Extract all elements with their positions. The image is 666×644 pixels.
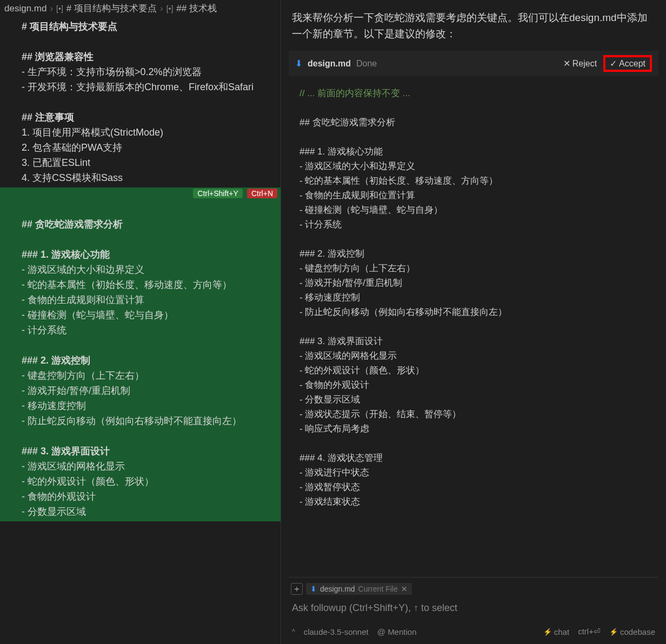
code-line: ### 3. 游戏界面设计 bbox=[299, 334, 648, 348]
editor-line[interactable]: 2. 包含基础的PWA支持 bbox=[22, 140, 281, 155]
mention-button[interactable]: @ Mention bbox=[377, 627, 417, 636]
chat-input-region: ＋ ⬇ design.md Current File ✕ Ask followu… bbox=[289, 577, 658, 641]
code-line: - 分数显示区域 bbox=[299, 392, 648, 407]
editor-line[interactable] bbox=[22, 34, 281, 49]
editor-line[interactable]: 3. 已配置ESLint bbox=[22, 155, 281, 170]
accept-button[interactable]: ✓ Accept bbox=[603, 55, 652, 72]
editor-line[interactable]: ## 浏览器兼容性 bbox=[22, 49, 281, 64]
diff-added-line[interactable] bbox=[22, 232, 281, 247]
codebase-button[interactable]: codebase bbox=[609, 627, 655, 636]
code-line: - 计分系统 bbox=[299, 217, 648, 232]
chip-close-icon[interactable]: ✕ bbox=[401, 585, 408, 593]
code-line: - 食物的生成规则和位置计算 bbox=[299, 188, 648, 203]
code-line: - 响应式布局考虑 bbox=[299, 421, 648, 436]
diff-shortcut-row: Ctrl+Shift+Y Ctrl+N bbox=[0, 187, 281, 199]
close-icon: ✕ bbox=[563, 58, 570, 69]
code-line bbox=[299, 319, 648, 334]
code-line: - 蛇的基本属性（初始长度、移动速度、方向等） bbox=[299, 173, 648, 188]
diff-added-line[interactable] bbox=[22, 338, 281, 353]
breadcrumb-section2[interactable]: ## 技术栈 bbox=[176, 2, 217, 15]
chat-panel: 我来帮你分析一下贪吃蛇游戏需要考虑的关键点。我们可以在design.md中添加一… bbox=[281, 0, 666, 644]
diff-added-line[interactable]: - 游戏区域的网格化显示 bbox=[22, 459, 281, 474]
code-line: // ... 前面的内容保持不变 ... bbox=[299, 86, 648, 100]
chat-mode-button[interactable]: chat bbox=[543, 627, 569, 636]
code-line bbox=[299, 130, 648, 144]
suggestion-file-header: ⬇ design.md Done ✕ Reject ✓ Accept bbox=[289, 51, 658, 76]
codebase-shortcut-label: ctrl+⏎ bbox=[578, 627, 601, 636]
check-icon: ✓ bbox=[610, 58, 617, 69]
code-line bbox=[299, 232, 648, 246]
model-selector[interactable]: claude-3.5-sonnet bbox=[304, 627, 369, 636]
chat-toolbar: ^ claude-3.5-sonnet @ Mention chat ctrl+… bbox=[289, 625, 658, 641]
chat-input[interactable]: Ask followup (Ctrl+Shift+Y), ↑ to select bbox=[289, 597, 658, 625]
editor-line[interactable]: - 开发环境：支持最新版本的Chrome、Firefox和Safari bbox=[22, 79, 281, 95]
suggestion-code-block[interactable]: // ... 前面的内容保持不变 ... ## 贪吃蛇游戏需求分析 ### 1.… bbox=[289, 81, 658, 577]
caret-up-icon: ^ bbox=[292, 628, 295, 635]
diff-added-line[interactable]: - 分数显示区域 bbox=[22, 504, 281, 519]
download-arrow-icon: ⬇ bbox=[295, 58, 302, 69]
diff-added-line[interactable] bbox=[22, 428, 281, 444]
download-arrow-icon: ⬇ bbox=[310, 585, 317, 593]
diff-added-line[interactable] bbox=[22, 202, 281, 217]
code-line: - 蛇的外观设计（颜色、形状） bbox=[299, 363, 648, 378]
md-heading-icon: [•] bbox=[166, 4, 174, 13]
code-line: - 防止蛇反向移动（例如向右移动时不能直接向左） bbox=[299, 305, 648, 319]
code-line: - 键盘控制方向（上下左右） bbox=[299, 261, 648, 276]
lightning-icon bbox=[609, 627, 618, 636]
diff-added-line[interactable]: ## 贪吃蛇游戏需求分析 bbox=[22, 217, 281, 232]
diff-added-line[interactable]: - 游戏区域的大小和边界定义 bbox=[22, 262, 281, 277]
editor-line[interactable]: 1. 项目使用严格模式(StrictMode) bbox=[22, 125, 281, 140]
editor-panel: design.md › [•] # 项目结构与技术要点 › [•] ## 技术栈… bbox=[0, 0, 281, 644]
diff-added-line[interactable]: - 游戏开始/暂停/重启机制 bbox=[22, 383, 281, 398]
editor-line[interactable]: # 项目结构与技术要点 bbox=[22, 19, 281, 34]
context-chip[interactable]: ⬇ design.md Current File ✕ bbox=[306, 583, 412, 595]
code-line bbox=[299, 100, 648, 115]
code-editor[interactable]: # 项目结构与技术要点 ## 浏览器兼容性- 生产环境：支持市场份额>0.2%的… bbox=[0, 17, 281, 644]
reject-shortcut-badge[interactable]: Ctrl+N bbox=[247, 189, 277, 198]
add-context-button[interactable]: ＋ bbox=[291, 583, 303, 595]
code-line: - 食物的外观设计 bbox=[299, 378, 648, 392]
code-line bbox=[299, 436, 648, 451]
chevron-right-icon: › bbox=[50, 3, 53, 14]
diff-added-line[interactable]: - 食物的外观设计 bbox=[22, 489, 281, 504]
diff-added-line[interactable]: - 键盘控制方向（上下左右） bbox=[22, 368, 281, 383]
code-line: - 移动速度控制 bbox=[299, 290, 648, 305]
breadcrumb-file[interactable]: design.md bbox=[4, 3, 46, 14]
code-line: - 游戏区域的大小和边界定义 bbox=[299, 159, 648, 173]
context-chip-filename: design.md bbox=[320, 585, 355, 593]
diff-added-line[interactable]: ### 1. 游戏核心功能 bbox=[22, 247, 281, 262]
assistant-message: 我来帮你分析一下贪吃蛇游戏需要考虑的关键点。我们可以在design.md中添加一… bbox=[289, 3, 658, 51]
code-line: ### 4. 游戏状态管理 bbox=[299, 451, 648, 465]
code-line: - 碰撞检测（蛇与墙壁、蛇与自身） bbox=[299, 203, 648, 217]
diff-added-line[interactable]: - 防止蛇反向移动（例如向右移动时不能直接向左） bbox=[22, 413, 281, 428]
code-line: - 游戏进行中状态 bbox=[299, 465, 648, 480]
code-line: - 游戏结束状态 bbox=[299, 494, 648, 509]
editor-line[interactable]: ## 注意事项 bbox=[22, 110, 281, 125]
diff-added-line[interactable]: ### 3. 游戏界面设计 bbox=[22, 444, 281, 459]
editor-line[interactable]: 4. 支持CSS模块和Sass bbox=[22, 170, 281, 185]
breadcrumb-section1[interactable]: # 项目结构与技术要点 bbox=[66, 2, 157, 15]
diff-added-line[interactable]: - 碰撞检测（蛇与墙壁、蛇与自身） bbox=[22, 307, 281, 323]
code-line: - 游戏区域的网格化显示 bbox=[299, 348, 648, 363]
accept-shortcut-badge[interactable]: Ctrl+Shift+Y bbox=[193, 189, 242, 198]
diff-added-line[interactable]: ### 2. 游戏控制 bbox=[22, 353, 281, 368]
reject-button[interactable]: ✕ Reject bbox=[558, 55, 602, 72]
lightning-icon bbox=[543, 627, 552, 636]
editor-line[interactable] bbox=[22, 95, 281, 110]
code-line: - 游戏开始/暂停/重启机制 bbox=[299, 276, 648, 290]
diff-added-line[interactable]: - 食物的生成规则和位置计算 bbox=[22, 292, 281, 307]
breadcrumb: design.md › [•] # 项目结构与技术要点 › [•] ## 技术栈 bbox=[0, 0, 281, 17]
suggestion-filename[interactable]: design.md bbox=[308, 59, 351, 69]
code-line: - 游戏暂停状态 bbox=[299, 480, 648, 494]
code-line: ## 贪吃蛇游戏需求分析 bbox=[299, 115, 648, 130]
chevron-right-icon: › bbox=[160, 3, 163, 14]
diff-added-line[interactable]: - 移动速度控制 bbox=[22, 398, 281, 413]
context-chip-label: Current File bbox=[358, 585, 398, 593]
diff-added-line[interactable]: - 蛇的外观设计（颜色、形状） bbox=[22, 474, 281, 489]
md-heading-icon: [•] bbox=[56, 4, 63, 13]
editor-line[interactable]: - 生产环境：支持市场份额>0.2%的浏览器 bbox=[22, 64, 281, 79]
diff-added-line[interactable]: - 计分系统 bbox=[22, 323, 281, 338]
diff-added-line[interactable]: - 蛇的基本属性（初始长度、移动速度、方向等） bbox=[22, 277, 281, 292]
code-line: ### 1. 游戏核心功能 bbox=[299, 144, 648, 159]
code-line: - 游戏状态提示（开始、结束、暂停等） bbox=[299, 407, 648, 421]
